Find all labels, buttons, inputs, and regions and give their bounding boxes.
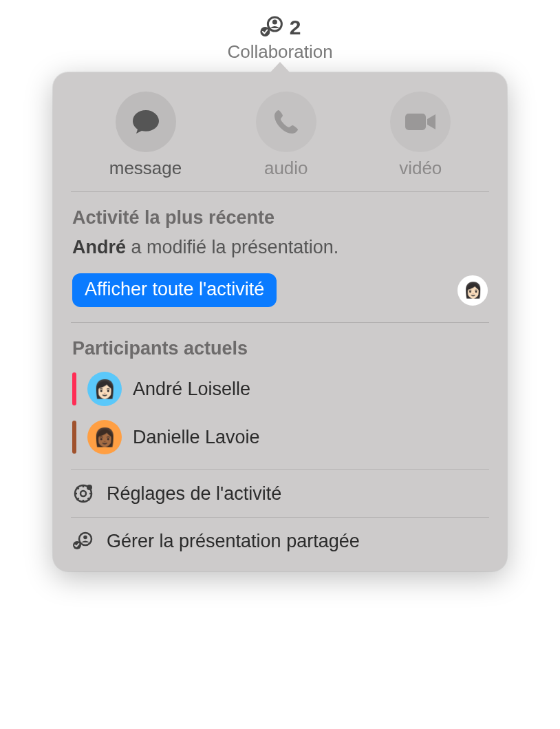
manage-share-icon <box>72 530 94 552</box>
audio-label: audio <box>264 158 308 179</box>
manage-shared-item[interactable]: Gérer la présentation partagée <box>71 517 489 564</box>
participants-title: Participants actuels <box>72 338 488 359</box>
participant-list: 👩🏻 André Loiselle 👩🏾 Danielle Lavoie <box>72 372 488 454</box>
message-button[interactable]: message <box>109 92 182 179</box>
svg-point-14 <box>87 485 92 490</box>
participants-section: Participants actuels 👩🏻 André Loiselle 👩… <box>53 323 507 469</box>
participant-item[interactable]: 👩🏾 Danielle Lavoie <box>72 420 488 454</box>
svg-rect-3 <box>405 114 426 130</box>
show-all-activity-button[interactable]: Afficher toute l'activité <box>72 273 277 307</box>
video-icon <box>390 92 451 152</box>
recent-activity-title: Activité la plus récente <box>72 207 488 229</box>
recent-actor-avatar: 👩🏻 <box>457 275 488 306</box>
message-label: message <box>109 158 182 179</box>
svg-point-16 <box>83 536 87 540</box>
activity-description: André a modifié la présentation. <box>72 237 488 258</box>
participant-color-bar <box>72 421 76 454</box>
collaboration-popover: message audio vidéo <box>53 72 507 571</box>
footer-options: Réglages de l'activité Gérer la présenta… <box>53 469 507 564</box>
participant-avatar: 👩🏾 <box>87 420 122 454</box>
recent-activity-section: Activité la plus récente André a modifié… <box>53 192 507 322</box>
activity-text: a modifié la présentation. <box>126 237 338 257</box>
collaboration-toolbar-button[interactable]: 2 Collaboration <box>227 15 332 63</box>
participant-name: Danielle Lavoie <box>133 427 260 448</box>
contact-actions: message audio vidéo <box>53 92 507 191</box>
activity-actor: André <box>72 237 126 257</box>
video-label: vidéo <box>399 158 442 179</box>
collaborators-count: 2 <box>290 16 301 39</box>
activity-settings-item[interactable]: Réglages de l'activité <box>71 469 489 517</box>
svg-point-1 <box>272 20 277 25</box>
participant-color-bar <box>72 372 76 405</box>
participant-item[interactable]: 👩🏻 André Loiselle <box>72 372 488 406</box>
participant-avatar: 👩🏻 <box>87 372 122 406</box>
collaboration-label: Collaboration <box>227 41 332 63</box>
collaborators-indicator: 2 <box>227 15 332 40</box>
svg-point-5 <box>80 491 86 496</box>
popover-arrow <box>270 62 290 73</box>
manage-shared-label: Gérer la présentation partagée <box>107 531 360 552</box>
video-button[interactable]: vidéo <box>390 92 451 179</box>
participant-name: André Loiselle <box>133 379 250 400</box>
gear-badge-icon <box>72 483 94 505</box>
audio-button[interactable]: audio <box>256 92 316 179</box>
collaborators-icon <box>259 15 287 40</box>
activity-settings-label: Réglages de l'activité <box>107 483 281 505</box>
phone-icon <box>256 92 316 152</box>
message-icon <box>116 92 176 152</box>
